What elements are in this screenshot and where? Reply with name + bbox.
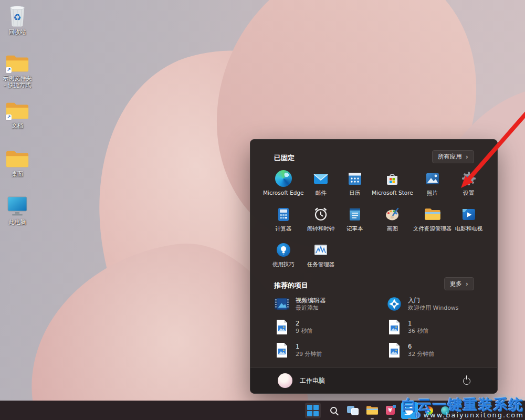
svg-text:♻: ♻: [13, 12, 21, 23]
power-icon: [463, 377, 470, 385]
desktop-icon-label: 文档: [12, 122, 23, 129]
running-indicator: [427, 418, 430, 419]
edge-icon: [275, 170, 292, 187]
all-apps-label: 所有应用: [438, 153, 462, 161]
network-app-button[interactable]: [440, 403, 450, 418]
pinned-app-settings[interactable]: 设置: [452, 168, 486, 203]
image-file-icon: [386, 342, 402, 359]
color-wheel-icon: [425, 406, 433, 415]
pinned-app-photos[interactable]: 照片: [413, 168, 452, 203]
task-view-button[interactable]: [346, 403, 360, 418]
pinned-app-microsoft-store[interactable]: Microsoft Store: [372, 168, 413, 203]
file-explorer-button[interactable]: [365, 403, 379, 418]
notepad-icon: [346, 206, 363, 223]
running-indicator: [371, 418, 374, 419]
desktop-icon-label: 示例文件夹 - 快捷方式: [1, 75, 34, 89]
desktop-icon-label: 桌面: [12, 171, 23, 177]
recommended-section-header: 推荐的项目: [274, 281, 308, 290]
file-explorer-icon: [424, 206, 441, 223]
desktop-icon-label: 此电脑: [9, 219, 26, 226]
desktop-icon-recycle-bin[interactable]: ♻ 回收站: [1, 3, 34, 36]
store-icon: [384, 170, 401, 187]
windows-logo-icon: [307, 405, 319, 416]
start-button[interactable]: [305, 403, 321, 418]
user-name: 工作电脑: [300, 376, 325, 385]
twitter-button[interactable]: [401, 403, 418, 418]
photos-icon: [424, 170, 441, 187]
image-file-icon: [274, 342, 290, 359]
recommended-item-file[interactable]: 1 29 分钟前: [274, 341, 386, 360]
task-manager-icon: [312, 242, 329, 258]
pinned-app-paint[interactable]: 画图: [372, 204, 413, 238]
pinned-app-mail[interactable]: 邮件: [304, 168, 338, 203]
avatar: [278, 373, 292, 388]
all-apps-button[interactable]: 所有应用 ›: [432, 150, 474, 163]
power-button[interactable]: [458, 373, 475, 390]
mail-icon: [312, 170, 329, 187]
pinned-apps-grid: Microsoft Edge 邮件 日历: [263, 168, 486, 274]
calendar-icon: [346, 170, 363, 187]
twitter-icon: [401, 402, 418, 419]
search-icon: [330, 407, 337, 414]
monitor-icon: [6, 195, 29, 217]
desktop-icon-documents[interactable]: ↗ 文档: [1, 101, 34, 129]
calculator-icon: [275, 206, 292, 223]
task-view-icon: [347, 406, 359, 415]
pinned-app-task-manager[interactable]: 任务管理器: [304, 239, 338, 274]
desktop-icon-desktop-folder[interactable]: 桌面: [1, 149, 34, 177]
desktop-icon-this-pc[interactable]: 此电脑: [1, 195, 34, 226]
video-editor-icon: [274, 296, 290, 312]
start-menu: 已固定 所有应用 › Microsoft Edge 邮件: [250, 139, 498, 394]
get-started-icon: [386, 296, 402, 312]
folder-icon: ↗: [5, 101, 29, 121]
pinned-section-header: 已固定: [274, 153, 295, 163]
recommended-item-video-editor[interactable]: 视频编辑器 最近添加: [274, 295, 386, 313]
running-indicator: [408, 418, 411, 419]
more-label: 更多: [450, 280, 462, 288]
gear-icon: [460, 170, 477, 187]
movies-tv-icon: [460, 206, 477, 223]
chevron-right-icon: ›: [466, 281, 468, 287]
pay-app-button[interactable]: ¥: [385, 403, 395, 418]
recommended-item-file[interactable]: 6 32 分钟前: [386, 341, 490, 360]
folder-icon: ↗: [5, 54, 29, 74]
user-profile-button[interactable]: 工作电脑: [278, 373, 325, 388]
more-button[interactable]: 更多 ›: [444, 277, 474, 290]
file-explorer-icon: [366, 405, 379, 415]
recommended-item-get-started[interactable]: 入门 欢迎使用 Windows: [386, 295, 490, 313]
image-file-icon: [274, 319, 290, 335]
search-button[interactable]: [327, 403, 340, 418]
globe-icon: [441, 406, 449, 415]
recommended-grid: 视频编辑器 最近添加 入门 欢迎使用 Windows: [274, 295, 490, 360]
pinned-app-calculator[interactable]: 计算器: [263, 204, 304, 238]
pinned-app-tips[interactable]: 使用技巧: [263, 239, 304, 274]
recommended-item-file[interactable]: 2 9 秒前: [274, 318, 386, 337]
pinned-app-microsoft-edge[interactable]: Microsoft Edge: [263, 168, 304, 203]
desktop-icon-label: 回收站: [9, 29, 26, 36]
chevron-right-icon: ›: [466, 154, 468, 160]
desktop-icon-sample-folder-shortcut[interactable]: ↗ 示例文件夹 - 快捷方式: [1, 54, 34, 89]
pinned-app-calendar[interactable]: 日历: [338, 168, 372, 203]
running-indicator: [388, 418, 392, 419]
image-file-icon: [386, 319, 402, 335]
pinned-app-movies-tv[interactable]: 电影和电视: [452, 204, 486, 238]
recommended-item-file[interactable]: 1 36 秒前: [386, 318, 490, 337]
alarm-clock-icon: [312, 206, 329, 223]
running-indicator: [444, 418, 447, 419]
shortcut-arrow-icon: ↗: [6, 67, 12, 73]
pinned-app-alarms-clock[interactable]: 闹钟和时钟: [304, 204, 338, 238]
color-wheel-app-button[interactable]: [424, 403, 434, 418]
taskbar-items: ¥: [305, 402, 450, 419]
pinned-app-notepad[interactable]: 记事本: [338, 204, 372, 238]
lightbulb-icon: [275, 242, 292, 258]
shortcut-arrow-icon: ↗: [6, 114, 12, 120]
taskbar: ¥: [0, 401, 525, 420]
start-menu-footer: 工作电脑: [250, 368, 497, 393]
folder-icon: [5, 149, 29, 169]
recycle-bin-icon: ♻: [7, 3, 28, 27]
yen-app-icon: ¥: [386, 406, 395, 415]
paint-palette-icon: [384, 206, 401, 223]
pinned-app-file-explorer[interactable]: 文件资源管理器: [413, 204, 452, 238]
